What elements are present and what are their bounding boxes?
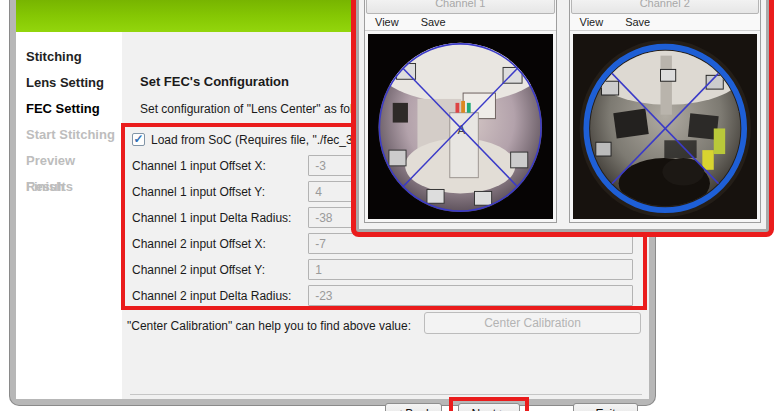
next-button[interactable]: Next > xyxy=(458,403,520,411)
sidebar-item-fec-setting[interactable]: FEC Setting xyxy=(16,96,122,122)
view-menu[interactable]: View xyxy=(580,16,604,28)
load-from-soc-label: Load from SoC (Requires file, "./fec_360 xyxy=(151,133,366,147)
screen: Stitching Lens Setting FEC Setting Start… xyxy=(0,0,781,411)
ch2-offset-x-label: Channel 2 input Offset X: xyxy=(132,237,308,251)
back-button[interactable]: < Back xyxy=(385,403,442,411)
ch2-offset-y-label: Channel 2 input Offset Y: xyxy=(132,263,308,277)
next-button-highlight-box: Next > xyxy=(449,397,529,411)
ch1-offset-x-label: Channel 1 input Offset X: xyxy=(132,159,308,173)
load-from-soc-checkbox[interactable]: ✓ xyxy=(132,133,145,146)
field-row-ch2-offset-x: Channel 2 input Offset X: xyxy=(132,233,633,254)
ch1-offset-y-label: Channel 1 input Offset Y: xyxy=(132,185,308,199)
sidebar-item-lens-setting[interactable]: Lens Setting xyxy=(16,70,122,96)
channel-1-panel: Channel 1 View Save xyxy=(364,0,557,223)
channel-1-menubar: View Save xyxy=(365,14,556,31)
channel-2-menubar: View Save xyxy=(570,14,761,31)
ch2-offset-x-input[interactable] xyxy=(308,233,633,254)
channel-1-title: Channel 1 xyxy=(366,0,555,14)
channel-2-panel: Channel 2 View Save xyxy=(569,0,762,223)
wizard-steps-sidebar: Stitching Lens Setting FEC Setting Start… xyxy=(16,32,122,399)
field-row-ch2-offset-y: Channel 2 input Offset Y: xyxy=(132,259,633,280)
exit-button[interactable]: Exit xyxy=(573,403,638,411)
ch1-delta-radius-label: Channel 1 input Delta Radius: xyxy=(132,211,308,225)
footer-separator xyxy=(130,394,642,395)
view-menu[interactable]: View xyxy=(375,16,399,28)
sidebar-item-stitching[interactable]: Stitching xyxy=(16,44,122,70)
ch2-delta-radius-label: Channel 2 input Delta Radius: xyxy=(132,289,308,303)
page-subtitle: Set configuration of "Lens Center" as fo… xyxy=(140,102,371,116)
channel-1-fisheye-image: A xyxy=(368,34,553,219)
center-calibration-button[interactable]: Center Calibration xyxy=(424,312,641,334)
sidebar-item-preview-results: Preview Results xyxy=(16,148,122,174)
channel-2-title: Channel 2 xyxy=(571,0,760,14)
checkmark-icon: ✓ xyxy=(133,132,143,146)
sidebar-item-start-stitching: Start Stitching xyxy=(16,122,122,148)
ch2-offset-y-input[interactable] xyxy=(308,259,633,280)
ch2-delta-radius-input[interactable] xyxy=(308,285,633,306)
preview-window: Channel 1 View Save xyxy=(356,0,769,232)
field-row-ch2-delta-radius: Channel 2 input Delta Radius: xyxy=(132,285,633,306)
save-menu[interactable]: Save xyxy=(625,16,650,28)
center-calibration-hint: "Center Calibration" can help you to fin… xyxy=(127,319,411,333)
save-menu[interactable]: Save xyxy=(421,16,446,28)
channel-2-fisheye-image xyxy=(573,34,758,219)
page-title: Set FEC's Configuration xyxy=(140,74,289,89)
